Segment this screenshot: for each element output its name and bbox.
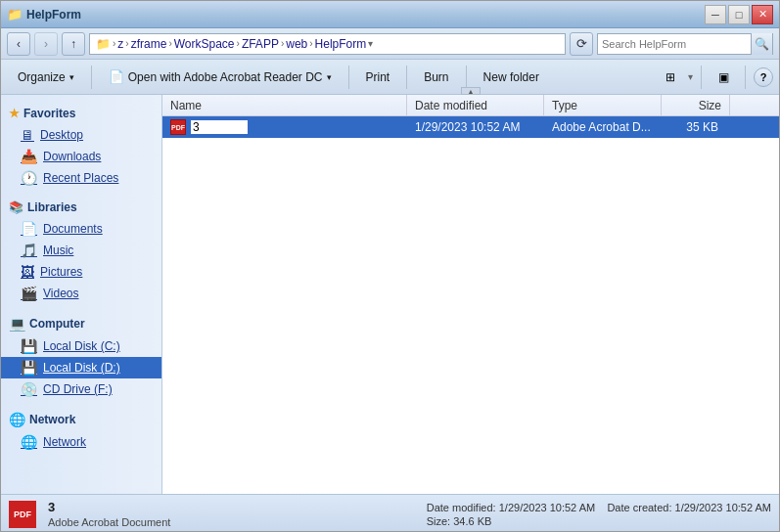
col-header-size[interactable]: Size bbox=[662, 95, 730, 115]
file-type-cell: Adobe Acrobat D... bbox=[544, 120, 662, 134]
column-headers: Name Date modified Type Size bbox=[162, 95, 779, 116]
print-button[interactable]: Print bbox=[355, 64, 401, 91]
col-header-type[interactable]: Type bbox=[544, 95, 662, 115]
path-part-zframe[interactable]: zframe bbox=[131, 37, 167, 51]
sidebar-item-local-c[interactable]: 💾 Local Disk (C:) bbox=[1, 335, 161, 357]
sidebar-section-network[interactable]: 🌐 Network bbox=[1, 408, 161, 431]
cd-icon: 💿 bbox=[21, 381, 37, 397]
sidebar-item-documents[interactable]: 📄 Documents bbox=[1, 218, 161, 240]
status-file-name: 3 bbox=[48, 500, 415, 514]
col-header-date[interactable]: Date modified bbox=[407, 95, 544, 115]
col-header-name[interactable]: Name bbox=[162, 95, 407, 115]
sidebar-item-cd-f[interactable]: 💿 CD Drive (F:) bbox=[1, 378, 161, 400]
back-button[interactable]: ‹ bbox=[7, 32, 30, 56]
table-row[interactable]: PDF 1/29/2023 10:52 AM Adobe Acrobat D..… bbox=[162, 116, 779, 138]
sidebar-section-favorites[interactable]: ★ Favorites bbox=[1, 103, 161, 124]
maximize-button[interactable]: □ bbox=[728, 5, 750, 24]
sidebar-item-music[interactable]: 🎵 Music bbox=[1, 240, 161, 261]
refresh-button[interactable]: ⟳ bbox=[570, 32, 593, 56]
toolbar-separator-2 bbox=[348, 66, 349, 89]
view-button[interactable]: ⊞ bbox=[657, 64, 684, 91]
sidebar-item-recent[interactable]: 🕐 Recent Places bbox=[1, 167, 161, 189]
search-box[interactable]: 🔍 bbox=[597, 33, 773, 55]
title-bar-controls: ─ □ ✕ bbox=[705, 5, 773, 24]
toolbar-right: ⊞ ▾ ▣ ? bbox=[657, 64, 773, 91]
computer-icon: 💻 bbox=[9, 316, 25, 332]
toolbar-separator-4 bbox=[466, 66, 467, 89]
address-path[interactable]: 📁 › z › zframe › WorkSpace › ZFAPP › web… bbox=[89, 33, 566, 55]
acrobat-icon: 📄 bbox=[109, 69, 124, 84]
sidebar-item-downloads[interactable]: 📥 Downloads bbox=[1, 146, 161, 167]
disk-d-icon: 💾 bbox=[21, 360, 37, 376]
path-part-helpform[interactable]: HelpForm bbox=[315, 37, 367, 51]
close-button[interactable]: ✕ bbox=[752, 5, 773, 24]
search-icon[interactable]: 🔍 bbox=[751, 33, 772, 55]
path-icon: 📁 bbox=[96, 37, 111, 51]
status-info: 3 Adobe Acrobat Document bbox=[48, 500, 415, 528]
address-bar: ‹ › ↑ 📁 › z › zframe › WorkSpace › ZFAPP… bbox=[1, 28, 779, 60]
toolbar-separator-3 bbox=[406, 66, 407, 89]
preview-pane-button[interactable]: ▣ bbox=[710, 64, 737, 91]
main-area: ★ Favorites 🖥 Desktop 📥 Downloads 🕐 Rece… bbox=[1, 95, 779, 494]
path-part-z[interactable]: z bbox=[117, 37, 123, 51]
sidebar-item-local-d[interactable]: 💾 Local Disk (D:) bbox=[1, 357, 161, 378]
recent-icon: 🕐 bbox=[21, 170, 37, 186]
libraries-icon: 📚 bbox=[9, 200, 23, 214]
toolbar-separator-6 bbox=[745, 66, 746, 89]
sidebar-item-pictures[interactable]: 🖼 Pictures bbox=[1, 261, 161, 283]
column-header-area: Name Date modified Type Size ▲ bbox=[162, 95, 779, 116]
status-file-type: Adobe Acrobat Document bbox=[48, 516, 415, 528]
network-header-icon: 🌐 bbox=[9, 412, 25, 427]
network-icon: 🌐 bbox=[21, 434, 37, 450]
sidebar-section-libraries[interactable]: 📚 Libraries bbox=[1, 197, 161, 218]
status-date-modified: Date modified: 1/29/2023 10:52 AM Date c… bbox=[427, 502, 771, 513]
open-with-arrow: ▾ bbox=[327, 72, 332, 82]
file-date-cell: 1/29/2023 10:52 AM bbox=[407, 120, 544, 134]
toolbar-separator-5 bbox=[701, 66, 702, 89]
desktop-icon: 🖥 bbox=[21, 127, 34, 143]
path-part-web[interactable]: web bbox=[286, 37, 307, 51]
sidebar-item-videos[interactable]: 🎬 Videos bbox=[1, 283, 161, 304]
search-input[interactable] bbox=[598, 38, 751, 50]
title-bar: 📁 HelpForm ─ □ ✕ bbox=[1, 1, 779, 28]
open-with-button[interactable]: 📄 Open with Adobe Acrobat Reader DC ▾ bbox=[98, 64, 343, 91]
disk-c-icon: 💾 bbox=[21, 338, 37, 354]
file-name-cell: PDF bbox=[162, 119, 407, 135]
burn-button[interactable]: Burn bbox=[413, 64, 459, 91]
music-icon: 🎵 bbox=[21, 243, 37, 258]
sidebar-item-desktop[interactable]: 🖥 Desktop bbox=[1, 124, 161, 146]
status-file-icon: PDF bbox=[9, 501, 36, 528]
pdf-icon: PDF bbox=[170, 119, 186, 135]
videos-icon: 🎬 bbox=[21, 286, 37, 301]
status-details: Date modified: 1/29/2023 10:52 AM Date c… bbox=[427, 502, 771, 527]
collapse-button[interactable]: ▲ bbox=[461, 87, 481, 95]
organize-arrow: ▾ bbox=[69, 72, 74, 82]
title-bar-title: 📁 HelpForm bbox=[7, 7, 81, 22]
file-list: PDF 1/29/2023 10:52 AM Adobe Acrobat D..… bbox=[162, 116, 779, 494]
forward-button[interactable]: › bbox=[34, 32, 58, 56]
view-arrow[interactable]: ▾ bbox=[688, 71, 693, 82]
up-button[interactable]: ↑ bbox=[62, 32, 85, 56]
sidebar-item-network[interactable]: 🌐 Network bbox=[1, 431, 161, 453]
file-area: Name Date modified Type Size ▲ PDF bbox=[162, 95, 779, 494]
file-size-cell: 35 KB bbox=[662, 120, 730, 134]
minimize-button[interactable]: ─ bbox=[705, 5, 726, 24]
pictures-icon: 🖼 bbox=[21, 264, 34, 280]
favorites-icon: ★ bbox=[9, 107, 20, 120]
documents-icon: 📄 bbox=[21, 221, 37, 237]
organize-button[interactable]: Organize ▾ bbox=[7, 64, 85, 91]
help-button[interactable]: ? bbox=[754, 67, 773, 87]
downloads-icon: 📥 bbox=[21, 149, 37, 164]
sidebar: ★ Favorites 🖥 Desktop 📥 Downloads 🕐 Rece… bbox=[1, 95, 162, 494]
toolbar-separator-1 bbox=[91, 66, 92, 89]
status-size: Size: 34.6 KB bbox=[427, 515, 771, 527]
sidebar-section-computer[interactable]: 💻 Computer bbox=[1, 312, 161, 335]
new-folder-button[interactable]: New folder bbox=[473, 64, 550, 91]
path-part-zfapp[interactable]: ZFAPP bbox=[242, 37, 279, 51]
status-bar: PDF 3 Adobe Acrobat Document Date modifi… bbox=[1, 494, 779, 532]
rename-input[interactable] bbox=[190, 119, 249, 135]
path-part-workspace[interactable]: WorkSpace bbox=[174, 37, 235, 51]
toolbar: Organize ▾ 📄 Open with Adobe Acrobat Rea… bbox=[1, 60, 779, 95]
